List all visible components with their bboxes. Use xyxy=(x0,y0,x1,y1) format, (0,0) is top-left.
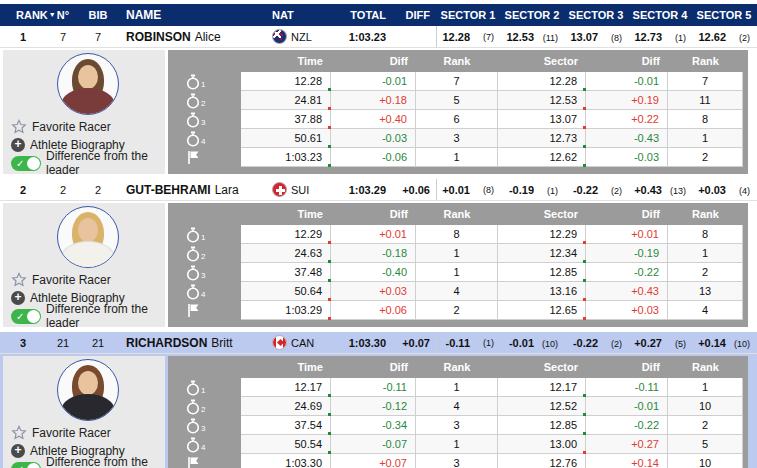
intermediate-3-label: 3 xyxy=(168,263,241,282)
difference-from-leader-toggle[interactable]: ✓ Difference from the leader xyxy=(11,307,165,325)
racer-photo xyxy=(57,359,119,421)
racer-block: 1 7 7 ROBINSONAlice NZL 1:03.23 12.28(7)… xyxy=(0,26,757,177)
intermediate-3-label: 3 xyxy=(168,110,241,129)
racer-total-time: 1:03.23 xyxy=(330,31,392,43)
column-header-diff[interactable]: DIFF xyxy=(392,9,436,21)
favorite-racer-button[interactable]: Favorite Racer xyxy=(11,118,165,136)
sector3-summary: 13.07(8) xyxy=(564,31,628,43)
split-time: 24.63 xyxy=(241,244,331,263)
split-times-table: Time Diff Rank Sector Diff Rank 1 12.29 … xyxy=(168,203,748,327)
racer-summary-row[interactable]: 1 7 7 ROBINSONAlice NZL 1:03.23 12.28(7)… xyxy=(0,26,757,48)
sector-time: 12.29 xyxy=(498,225,586,244)
split-row-4: 4 50.54 -0.07 1 13.00 +0.27 5 xyxy=(168,435,745,454)
split-time: 24.69 xyxy=(241,397,331,416)
split-diff: -0.18 xyxy=(331,244,416,263)
racer-total-time: 1:03.29 xyxy=(330,184,392,196)
results-table-header: RANK▼ N° BIB NAME NAT TOTAL DIFF SECTOR … xyxy=(0,4,757,26)
sector1-summary: +0.01(8) xyxy=(436,179,500,200)
finish-diff: +0.06 xyxy=(331,301,416,320)
split-row-2: 2 24.69 -0.12 4 12.52 -0.01 10 xyxy=(168,397,745,416)
column-header-nat[interactable]: NAT xyxy=(266,9,330,21)
sector-time: 12.73 xyxy=(498,129,586,148)
difference-from-leader-toggle[interactable]: ✓ Difference from the leader xyxy=(11,154,165,172)
racer-rank: 1 xyxy=(0,31,46,43)
racer-detail-panel: Favorite Racer + Athlete Biography ✓ Dif… xyxy=(0,201,757,330)
split-diff: -0.40 xyxy=(331,263,416,282)
sector-diff: -0.11 xyxy=(586,378,668,397)
racer-photo xyxy=(57,53,119,115)
sector2-summary: -0.01(10) xyxy=(500,337,564,349)
sector-diff: -0.01 xyxy=(586,72,668,91)
split-row-3: 3 37.48 -0.40 1 12.85 -0.22 2 xyxy=(168,263,745,282)
toggle-on-icon[interactable]: ✓ xyxy=(11,462,41,468)
finish-rank: 3 xyxy=(416,454,498,468)
split-time: 50.61 xyxy=(241,129,331,148)
racer-info-panel: Favorite Racer + Athlete Biography ✓ Dif… xyxy=(3,356,165,468)
racer-name: RICHARDSONBritt xyxy=(116,336,266,350)
stopwatch-icon xyxy=(186,437,200,453)
intermediate-4-label: 4 xyxy=(168,282,241,301)
split-rank: 7 xyxy=(416,72,498,91)
column-header-name[interactable]: NAME xyxy=(116,8,266,22)
split-rank: 4 xyxy=(416,282,498,301)
split-row-2: 2 24.63 -0.18 1 12.34 -0.19 1 xyxy=(168,244,745,263)
column-header-sector1[interactable]: SECTOR 1 xyxy=(436,9,500,21)
split-rank: 3 xyxy=(416,416,498,435)
sector5-summary: 12.62(2) xyxy=(692,31,756,43)
sector-rank: 1 xyxy=(668,244,743,263)
last-sector-time: 12.65 xyxy=(498,301,586,320)
split-time: 12.29 xyxy=(241,225,331,244)
column-header-rank[interactable]: RANK▼ xyxy=(0,9,46,21)
column-header-sector5[interactable]: SECTOR 5 xyxy=(692,9,756,21)
column-header-sector4[interactable]: SECTOR 4 xyxy=(628,9,692,21)
split-rank: 1 xyxy=(416,378,498,397)
sector4-summary: +0.43(13) xyxy=(628,184,692,196)
racer-photo xyxy=(57,206,119,268)
sector4-summary: +0.27(5) xyxy=(628,337,692,349)
racer-total-time: 1:03.30 xyxy=(330,337,392,349)
racer-summary-row[interactable]: 3 21 21 RICHARDSONBritt CAN 1:03.30 +0.0… xyxy=(0,332,757,354)
split-diff: -0.07 xyxy=(331,435,416,454)
last-sector-diff: +0.03 xyxy=(586,301,668,320)
sector-diff: +0.27 xyxy=(586,435,668,454)
favorite-racer-label: Favorite Racer xyxy=(32,426,111,440)
split-row-2: 2 24.81 +0.18 5 12.53 +0.19 11 xyxy=(168,91,745,110)
racer-rank: 2 xyxy=(0,184,46,196)
split-header-diff: Diff xyxy=(331,208,416,220)
sector-time: 12.17 xyxy=(498,378,586,397)
last-sector-diff: -0.03 xyxy=(586,148,668,167)
split-row-4: 4 50.61 -0.03 3 12.73 -0.43 1 xyxy=(168,129,745,148)
column-header-sector2[interactable]: SECTOR 2 xyxy=(500,9,564,21)
sector3-summary: -0.22(2) xyxy=(564,337,628,349)
stopwatch-icon xyxy=(186,246,200,262)
split-diff: -0.34 xyxy=(331,416,416,435)
intermediate-2-label: 2 xyxy=(168,244,241,263)
split-diff: -0.11 xyxy=(331,378,416,397)
racer-info-panel: Favorite Racer + Athlete Biography ✓ Dif… xyxy=(3,50,165,174)
toggle-on-icon[interactable]: ✓ xyxy=(11,309,41,324)
split-row-3: 3 37.54 -0.34 3 12.85 -0.22 2 xyxy=(168,416,745,435)
last-sector-rank: 4 xyxy=(668,301,743,320)
column-header-bib[interactable]: BIB xyxy=(80,9,116,21)
column-header-total[interactable]: TOTAL xyxy=(330,9,392,21)
split-time: 24.81 xyxy=(241,91,331,110)
last-sector-rank: 2 xyxy=(668,148,743,167)
racer-lastname: RICHARDSON xyxy=(126,336,207,350)
favorite-racer-button[interactable]: Favorite Racer xyxy=(11,424,165,442)
difference-from-leader-label: Difference from the leader xyxy=(46,455,165,468)
last-sector-time: 12.76 xyxy=(498,454,586,468)
split-diff: +0.18 xyxy=(331,91,416,110)
racer-number: 7 xyxy=(46,31,80,43)
column-header-sector3[interactable]: SECTOR 3 xyxy=(564,9,628,21)
stopwatch-icon xyxy=(186,265,200,281)
racer-summary-row[interactable]: 2 2 2 GUT-BEHRAMILara SUI 1:03.29 +0.06 … xyxy=(0,179,757,201)
sector-time: 13.00 xyxy=(498,435,586,454)
column-header-number[interactable]: N° xyxy=(46,9,80,21)
racer-total-diff: +0.06 xyxy=(392,184,436,196)
difference-from-leader-toggle[interactable]: ✓ Difference from the leader xyxy=(11,460,165,468)
toggle-on-icon[interactable]: ✓ xyxy=(11,156,41,171)
split-header-time: Time xyxy=(241,208,331,220)
favorite-racer-button[interactable]: Favorite Racer xyxy=(11,271,165,289)
split-row-1: 1 12.28 -0.01 7 12.28 -0.01 7 xyxy=(168,72,745,91)
sector-diff: +0.43 xyxy=(586,282,668,301)
